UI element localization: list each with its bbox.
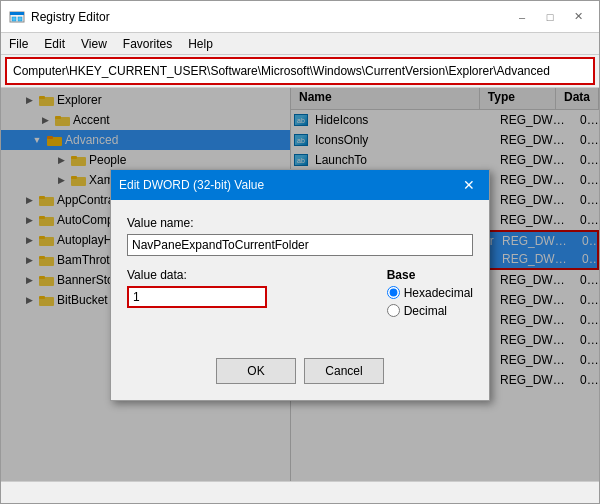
hex-label: Hexadecimal: [404, 286, 473, 300]
close-button[interactable]: ✕: [565, 7, 591, 27]
menu-edit[interactable]: Edit: [36, 35, 73, 53]
hex-radio-row: Hexadecimal: [387, 286, 473, 300]
address-path[interactable]: Computer\HKEY_CURRENT_USER\Software\Micr…: [13, 64, 587, 78]
modal-title: Edit DWORD (32-bit) Value: [119, 178, 264, 192]
minimize-button[interactable]: –: [509, 7, 535, 27]
base-section: Base Hexadecimal Decimal: [387, 268, 473, 322]
menu-help[interactable]: Help: [180, 35, 221, 53]
menu-view[interactable]: View: [73, 35, 115, 53]
edit-dword-dialog: Edit DWORD (32-bit) Value ✕ Value name: …: [110, 169, 490, 401]
main-content: ▶ Explorer ▶ Accent: [1, 87, 599, 481]
dec-label: Decimal: [404, 304, 447, 318]
svg-rect-1: [10, 12, 24, 15]
registry-editor-window: Registry Editor – □ ✕ File Edit View Fav…: [0, 0, 600, 504]
dec-radio-row: Decimal: [387, 304, 473, 318]
ok-button[interactable]: OK: [216, 358, 296, 384]
base-label: Base: [387, 268, 473, 282]
value-name-label: Value name:: [127, 216, 473, 230]
menu-bar: File Edit View Favorites Help: [1, 33, 599, 55]
title-bar-left: Registry Editor: [9, 9, 110, 25]
modal-footer: OK Cancel: [111, 350, 489, 400]
app-title: Registry Editor: [31, 10, 110, 24]
modal-data-row: Value data: Base Hexadecimal Deci: [127, 268, 473, 322]
maximize-button[interactable]: □: [537, 7, 563, 27]
hexadecimal-radio[interactable]: [387, 286, 400, 299]
window-controls: – □ ✕: [509, 7, 591, 27]
modal-body: Value name: Value data: Base Hexadecimal: [111, 200, 489, 350]
modal-overlay: Edit DWORD (32-bit) Value ✕ Value name: …: [1, 88, 599, 481]
value-name-input[interactable]: [127, 234, 473, 256]
svg-rect-3: [18, 17, 22, 21]
menu-file[interactable]: File: [1, 35, 36, 53]
modal-close-button[interactable]: ✕: [457, 173, 481, 197]
value-data-label: Value data:: [127, 268, 375, 282]
address-bar: Computer\HKEY_CURRENT_USER\Software\Micr…: [5, 57, 595, 85]
modal-title-bar: Edit DWORD (32-bit) Value ✕: [111, 170, 489, 200]
value-data-input[interactable]: [127, 286, 267, 308]
svg-rect-2: [12, 17, 16, 21]
cancel-button[interactable]: Cancel: [304, 358, 384, 384]
status-bar: [1, 481, 599, 503]
modal-value-box: Value data:: [127, 268, 375, 322]
title-bar: Registry Editor – □ ✕: [1, 1, 599, 33]
menu-favorites[interactable]: Favorites: [115, 35, 180, 53]
decimal-radio[interactable]: [387, 304, 400, 317]
app-icon: [9, 9, 25, 25]
